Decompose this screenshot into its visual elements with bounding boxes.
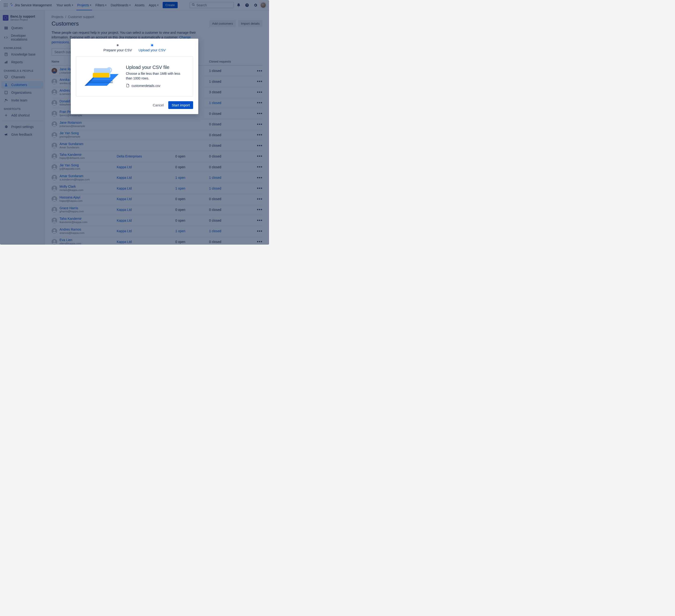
step-dot-active-icon	[151, 44, 153, 46]
selected-file[interactable]: customerdetails.csv	[126, 84, 187, 88]
svg-rect-76	[93, 73, 109, 78]
upload-card: Upload your CSV file Choose a file less …	[76, 56, 193, 96]
file-icon	[126, 84, 130, 88]
step-upload[interactable]: Upload your CSV	[139, 44, 166, 52]
modal-backdrop[interactable]	[0, 0, 269, 245]
upload-description: Choose a file less than 1MB with less th…	[126, 71, 187, 81]
step-dot-icon	[117, 44, 119, 46]
cancel-button[interactable]: Cancel	[150, 101, 166, 109]
import-csv-modal: Prepare your CSV Upload your CSV Upload …	[71, 38, 198, 114]
upload-illustration	[82, 64, 120, 89]
start-import-button[interactable]: Start import	[168, 101, 193, 109]
upload-title: Upload your CSV file	[126, 65, 187, 70]
file-name: customerdetails.csv	[132, 84, 160, 88]
step-prepare[interactable]: Prepare your CSV	[103, 44, 132, 52]
